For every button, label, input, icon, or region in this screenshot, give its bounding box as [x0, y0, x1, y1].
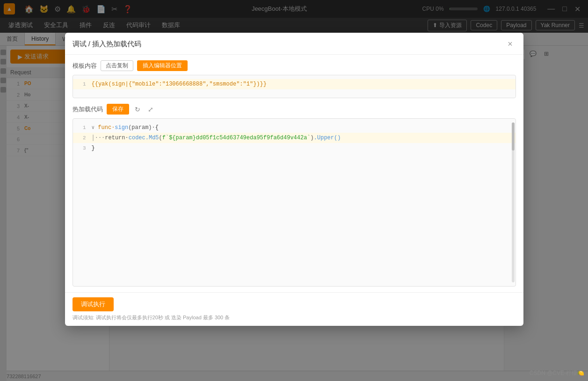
code-content-1: ∨ func·sign(param)·{: [92, 124, 512, 131]
hotload-label: 热加载代码: [73, 105, 103, 114]
code-line-3: 3 }: [77, 143, 512, 153]
hotload-code-editor: 1 ∨ func·sign(param)·{ 2 │···return·code…: [73, 118, 516, 287]
line-num-1: 1: [77, 125, 86, 130]
hotload-expand-btn[interactable]: ⤢: [146, 105, 155, 114]
copy-btn[interactable]: 点击复制: [101, 60, 133, 71]
hotload-refresh-btn[interactable]: ↻: [133, 105, 142, 114]
line-num-3: 3: [77, 145, 86, 151]
code-content-3: }: [92, 145, 512, 151]
code-scrollbar[interactable]: [512, 122, 515, 282]
modal-header: 调试 / 插入热加载代码 ×: [65, 33, 523, 55]
debug-execute-btn[interactable]: 调试执行: [73, 297, 114, 311]
func-name: sign: [115, 124, 128, 131]
template-section-header: 模板内容 点击复制 插入编辑器位置: [73, 60, 516, 71]
modal-close-btn[interactable]: ×: [505, 38, 516, 50]
template-code-line: 1 {{yak(sign|{"mobile":"13066668888","sm…: [73, 79, 515, 89]
template-code-editor: 1 {{yak(sign|{"mobile":"13066668888","sm…: [73, 75, 516, 98]
codec-func: codec.Md5: [129, 135, 159, 141]
scrollbar-thumb[interactable]: [512, 122, 515, 151]
code-content-2: │···return·codec.Md5(f`${param}dd05f1c54…: [92, 135, 512, 141]
modal-title: 调试 / 插入热加载代码: [73, 40, 142, 49]
hotload-header: 热加载代码 保存 ↻ ⤢: [73, 104, 516, 115]
code-line-1: 1 ∨ func·sign(param)·{: [77, 122, 512, 133]
insert-btn[interactable]: 插入编辑器位置: [137, 60, 188, 71]
modal-body: 模板内容 点击复制 插入编辑器位置 1 {{yak(sign|{"mobile"…: [65, 55, 523, 292]
hotload-save-btn[interactable]: 保存: [107, 104, 129, 115]
template-code-content: {{yak(sign|{"mobile":"13066668888","smsm…: [92, 81, 512, 87]
keyword-func: func·: [98, 124, 115, 131]
modal-overlay[interactable]: 调试 / 插入热加载代码 × 模板内容 点击复制 插入编辑器位置 1 {{yak…: [0, 0, 588, 381]
watermark: CSDN @CVE-柠檬🍋: [530, 369, 584, 377]
code-line-2: 2 │···return·codec.Md5(f`${param}dd05f1c…: [73, 133, 515, 143]
template-label: 模板内容: [73, 62, 97, 70]
debug-notice: 调试须知: 调试执行将会仅最多执行20秒 或 迭染 Payload 最多 300…: [73, 314, 516, 321]
debug-modal: 调试 / 插入热加载代码 × 模板内容 点击复制 插入编辑器位置 1 {{yak…: [65, 33, 523, 326]
line-number: 1: [77, 81, 86, 87]
modal-footer: 调试执行 调试须知: 调试执行将会仅最多执行20秒 或 迭染 Payload 最…: [65, 292, 523, 326]
line-num-2: 2: [77, 135, 86, 141]
